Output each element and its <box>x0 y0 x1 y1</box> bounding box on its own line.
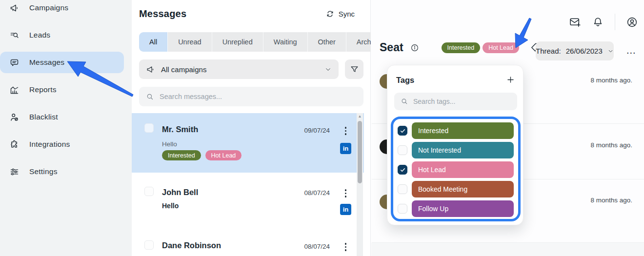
message-timestamp: 8 months ago. <box>590 197 632 204</box>
search-icon <box>401 98 408 105</box>
topbar-icons <box>569 14 638 30</box>
sidebar-item-settings[interactable]: Settings <box>0 161 124 182</box>
list-scrollbar[interactable]: ▲ <box>357 113 363 256</box>
search-tags-input[interactable]: Search tags... <box>394 93 517 110</box>
conversation-row-selected[interactable]: Mr. Smith 09/07/24 Hello Interested Hot … <box>132 113 364 173</box>
row-tags: Interested Hot Lead <box>162 150 242 160</box>
tag-pill-interested: Interested <box>442 42 481 53</box>
sliders-icon <box>9 166 20 177</box>
row-checkbox[interactable] <box>144 240 154 250</box>
sidebar-item-integrations[interactable]: Integrations <box>0 134 124 155</box>
thread-date-select[interactable]: Thread: 26/06/2023 <box>536 41 614 60</box>
megaphone-icon <box>9 2 20 13</box>
tab-other[interactable]: Other <box>308 32 346 52</box>
sidebar-item-label: Campaigns <box>29 3 68 12</box>
messages-panel: Messages Sync All Unread Unreplied Waiti… <box>132 0 371 256</box>
campaign-select[interactable]: All campaigns <box>139 59 339 79</box>
tag-bar[interactable]: Not Interested <box>412 142 514 158</box>
sidebar-item-label: Reports <box>29 85 57 94</box>
app-window: Campaigns Leads Messages Reports <box>0 0 644 256</box>
composer-area <box>371 243 644 256</box>
thread-header: Seat Interested Hot Lead <box>380 41 541 54</box>
sidebar-item-messages[interactable]: Messages <box>0 52 124 73</box>
add-tag-icon[interactable] <box>505 74 516 85</box>
tag-option-interested: Interested <box>398 122 514 139</box>
leads-search-icon <box>9 30 20 40</box>
info-icon[interactable] <box>410 43 419 52</box>
linkedin-icon[interactable]: in <box>340 204 351 215</box>
sidebar-item-reports[interactable]: Reports <box>0 79 124 100</box>
message-timestamp: 8 months ago. <box>590 77 632 84</box>
thread-select-value: 26/06/2023 <box>566 47 603 55</box>
tag-bar[interactable]: Follow Up <box>412 200 514 217</box>
filter-button[interactable] <box>345 59 363 79</box>
tag-checkbox-checked[interactable] <box>398 126 407 136</box>
conversation-list: Mr. Smith 09/07/24 Hello Interested Hot … <box>132 113 364 256</box>
tag-bar[interactable]: Interested <box>412 122 514 139</box>
thread-panel: Seat Interested Hot Lead Thread: 26/06/2… <box>371 0 644 256</box>
tag-pill-hot-lead: Hot Lead <box>483 42 519 53</box>
tag-checkbox[interactable] <box>398 145 407 155</box>
row-menu-icon[interactable] <box>343 241 349 253</box>
thread-header-tags: Interested Hot Lead <box>442 42 519 53</box>
tag-option-follow-up: Follow Up <box>398 200 514 217</box>
message-preview: Hello <box>162 140 177 148</box>
tag-bar[interactable]: Booked Meeting <box>412 181 514 197</box>
tag-bar[interactable]: Hot Lead <box>412 161 514 178</box>
campaign-select-value: All campaigns <box>161 65 319 74</box>
conversation-row[interactable]: Dane Robinson 08/07/24 <box>132 237 364 256</box>
message-filter-tabs: All Unread Unreplied Waiting Other Archi… <box>139 32 394 52</box>
sync-button[interactable]: Sync <box>326 10 355 18</box>
message-preview: Hello <box>162 202 179 210</box>
search-placeholder: Search messages... <box>160 93 222 100</box>
contact-name: Mr. Smith <box>162 125 198 134</box>
account-avatar-icon[interactable] <box>626 16 638 28</box>
tag-pill-hot-lead: Hot Lead <box>205 150 242 160</box>
tags-popup-title: Tags <box>396 76 414 85</box>
more-options-button[interactable]: ... <box>626 45 636 56</box>
contact-name: Dane Robinson <box>162 241 221 250</box>
new-message-icon[interactable] <box>569 16 581 28</box>
linkedin-icon[interactable]: in <box>340 143 351 154</box>
funnel-icon <box>350 65 359 74</box>
sidebar-nav: Campaigns Leads Messages Reports <box>0 0 132 182</box>
search-messages-input[interactable]: Search messages... <box>139 87 363 106</box>
sidebar-item-leads[interactable]: Leads <box>0 24 124 46</box>
thread-title: Seat <box>380 41 403 54</box>
sidebar-item-label: Settings <box>29 167 58 176</box>
tag-checkbox-checked[interactable] <box>398 165 407 175</box>
sidebar-item-blacklist[interactable]: Blacklist <box>0 106 124 128</box>
puzzle-icon <box>9 139 20 150</box>
tag-option-hot-lead: Hot Lead <box>398 161 514 178</box>
tag-list-highlight: Interested Not Interested Hot Lead Booke… <box>391 117 521 221</box>
topbar-divider <box>615 14 615 30</box>
user-block-icon <box>9 112 20 122</box>
tag-checkbox[interactable] <box>398 204 407 214</box>
sidebar: Campaigns Leads Messages Reports <box>0 0 132 256</box>
notifications-bell-icon[interactable] <box>592 16 604 28</box>
scroll-up-icon[interactable]: ▲ <box>358 113 362 120</box>
message-date: 09/07/24 <box>293 127 330 134</box>
tab-unreplied[interactable]: Unreplied <box>212 32 263 52</box>
megaphone-icon <box>146 65 155 74</box>
message-timestamp: 8 months ago. <box>590 141 632 149</box>
row-checkbox[interactable] <box>144 187 154 196</box>
tab-unread[interactable]: Unread <box>168 32 212 52</box>
row-checkbox[interactable] <box>144 123 154 133</box>
row-menu-icon[interactable] <box>343 125 349 137</box>
tags-popup: Tags Search tags... Interested <box>387 65 523 225</box>
sidebar-item-campaigns[interactable]: Campaigns <box>0 0 124 19</box>
search-tags-placeholder: Search tags... <box>413 98 455 105</box>
sync-label: Sync <box>339 10 355 18</box>
tab-waiting[interactable]: Waiting <box>263 32 308 52</box>
tab-all[interactable]: All <box>139 32 168 52</box>
chevron-down-icon <box>324 66 332 73</box>
tag-checkbox[interactable] <box>398 184 407 194</box>
scrollbar-thumb[interactable] <box>358 121 362 183</box>
row-menu-icon[interactable] <box>343 187 349 199</box>
conversation-row[interactable]: John Bell 08/07/24 Hello in <box>132 177 364 233</box>
tag-pill-interested: Interested <box>162 150 201 160</box>
tag-option-booked-meeting: Booked Meeting <box>398 181 514 197</box>
chart-icon <box>9 84 20 95</box>
tag-option-not-interested: Not Interested <box>398 142 514 158</box>
